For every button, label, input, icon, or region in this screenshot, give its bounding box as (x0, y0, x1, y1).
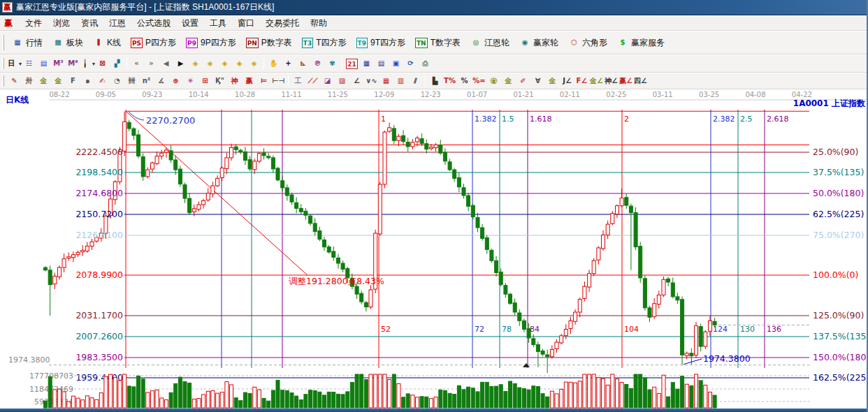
wave9-button[interactable]: M⁹ (66, 57, 80, 70)
menu-item-4[interactable]: 公式选股 (131, 16, 176, 31)
zoom-right-button[interactable]: ◈ (203, 57, 217, 70)
title-bar[interactable]: 赢 赢家江恩专业版[赢家内部服务平台] - [上证指数 SH1A0001-167… (0, 0, 868, 15)
menu-item-0[interactable]: 文件 (20, 16, 48, 31)
width-measure-tool[interactable]: ⊢⊣ (271, 75, 286, 87)
fibonacci-scale-tool[interactable]: F (66, 75, 80, 87)
menu-item-3[interactable]: 江恩 (103, 16, 131, 31)
cup-tool[interactable]: ∀ (530, 75, 545, 87)
trend-angle-tool[interactable]: ∠ (349, 75, 364, 87)
pattern-tool-button[interactable]: ✾ (325, 57, 340, 70)
shen-tool[interactable]: 神 (227, 75, 242, 87)
nav-prev-button[interactable]: ◀ (159, 57, 173, 70)
gold-circle-tool[interactable]: ㊎ (486, 75, 501, 87)
red-grid-tool[interactable]: ▦ (379, 75, 393, 87)
gann-wheel-button[interactable]: ◎江恩轮 (466, 35, 514, 51)
zoom-in-button[interactable]: ◈ (232, 57, 247, 70)
zoom-all-button[interactable]: ◈ (247, 57, 261, 70)
9t-square-button[interactable]: T99T四方形 (352, 35, 410, 51)
box-fan-tool[interactable]: ◪ (320, 75, 335, 87)
chart-area[interactable]: 08-2209-0509-2310-1410-2811-1111-2512-09… (0, 89, 868, 409)
candlestick-series[interactable] (44, 111, 717, 373)
menu-item-2[interactable]: 资讯 (75, 16, 103, 31)
overlay-net-button[interactable]: ☷ (22, 57, 36, 70)
toolbar-grip[interactable] (2, 75, 4, 86)
toolbar-grip[interactable] (2, 35, 4, 50)
menu-item-6[interactable]: 工具 (204, 16, 232, 31)
target-cross-tool[interactable]: ⊕ (168, 75, 183, 87)
menu-item-7[interactable]: 窗口 (232, 16, 260, 31)
gold-scale-tool-1[interactable]: 金 (36, 75, 51, 87)
9p-square-button[interactable]: P99P四方形 (182, 35, 240, 51)
grid-fan-tool[interactable]: ▨ (335, 75, 349, 87)
sync-button[interactable]: ⟳ (403, 57, 418, 70)
nav-last-button[interactable]: » (144, 57, 159, 70)
angle-ruler-tool[interactable]: ∡ (154, 75, 168, 87)
memo-button[interactable]: ▤ (36, 57, 51, 70)
remote-button[interactable]: ⎙ (418, 57, 433, 70)
triple-line-tool[interactable]: ⫽ (408, 75, 423, 87)
zoom-left-button[interactable]: ◈ (188, 57, 203, 70)
toolbar-grip[interactable] (2, 58, 4, 70)
menu-item-8[interactable]: 交易委托 (260, 16, 305, 31)
star-cycle-tool[interactable]: ✳ (183, 75, 198, 87)
circle-ruler-tool[interactable]: ◔ (110, 75, 124, 87)
nav-first-button[interactable]: « (129, 57, 144, 70)
crosshair-tool-button[interactable]: + (281, 57, 296, 70)
wave3-button[interactable]: M³ (51, 57, 66, 70)
kline-button[interactable]: ⫼K线 (89, 35, 125, 51)
ying-angle-tool[interactable]: 赢∠ (619, 75, 633, 87)
report-button[interactable]: ▤ (374, 57, 389, 70)
nav-next-button[interactable]: ▶ (173, 57, 188, 70)
calculator-button[interactable]: ▦ (359, 57, 374, 70)
scale-tool[interactable]: 卌 (124, 75, 139, 87)
k-quote-tool[interactable]: Ϗ" (212, 75, 227, 87)
p-table-button[interactable]: PNP数字表 (242, 35, 296, 51)
j-angle-tool[interactable]: J∠ (560, 75, 574, 87)
percent-line-tool[interactable]: T% (442, 75, 457, 87)
percent-eq-tool[interactable]: %= (472, 75, 486, 87)
brush2-tool[interactable]: ✐ (516, 75, 530, 87)
draw-pen-tool[interactable]: ✎ (7, 75, 22, 87)
gold-scale-tool-2[interactable]: 金 (51, 75, 66, 87)
volume-profile-tool[interactable]: ▙ (428, 75, 442, 87)
shen-angle-tool[interactable]: 神∠ (604, 75, 619, 87)
menu-item-5[interactable]: 设置 (176, 16, 204, 31)
winner-wheel-button[interactable]: ◉赢家轮 (515, 35, 563, 51)
menu-item-1[interactable]: 浏览 (48, 16, 75, 31)
volume-series[interactable] (44, 374, 717, 408)
gold-underline-tool[interactable]: 金 (545, 75, 560, 87)
quotes-button[interactable]: ▦行情 (8, 35, 47, 51)
angle-tool-button[interactable]: ⊾ (296, 57, 310, 70)
t-table-button[interactable]: TNT数字表 (411, 35, 465, 51)
hexagon-button[interactable]: ⬡六角形 (564, 35, 612, 51)
period-day-dropdown[interactable]: 日▼ (7, 57, 22, 70)
four-angle-tool[interactable]: 四∠ (633, 75, 648, 87)
kline-chart[interactable]: 08-2209-0509-2310-1410-2811-1111-2512-09… (0, 89, 868, 409)
ying-tool[interactable]: 赢 (242, 75, 256, 87)
menu-item-9[interactable]: 帮助 (305, 16, 333, 31)
ruler-123-tool[interactable]: ⊨ (256, 75, 271, 87)
zoom-h-button[interactable]: ◈ (217, 57, 232, 70)
gold-lines-tool[interactable]: 金 (501, 75, 516, 87)
gann-tool-button[interactable]: ℗ (310, 57, 325, 70)
grid-target-tool[interactable]: ⊞ (198, 75, 212, 87)
chip-distribution-button[interactable]: ▞ (110, 57, 124, 70)
winner-service-button[interactable]: $赢家服务 (613, 35, 669, 51)
red-grid2-tool[interactable]: ▥ (393, 75, 408, 87)
p-square-button[interactable]: PSP四方形 (126, 35, 180, 51)
n-square-tool[interactable]: n² (139, 75, 154, 87)
f-angle-tool[interactable]: F∠ (574, 75, 589, 87)
percent-tool[interactable]: % (457, 75, 472, 87)
gold-angle-tool[interactable]: 金∠ (589, 75, 604, 87)
save-button[interactable]: ▣ (389, 57, 403, 70)
calendar-button[interactable]: 21 (345, 57, 359, 70)
zigzag-tool[interactable]: ∨∿ (364, 75, 379, 87)
gann-scale-tool[interactable]: 卅 (22, 75, 36, 87)
chip-pattern-button[interactable]: ⊠ (95, 57, 110, 70)
pen-ruler-tool[interactable]: ✍ (95, 75, 110, 87)
fan-lines-tool[interactable]: ⟋⟋ (305, 75, 320, 87)
candle-style-dropdown[interactable]: ╽▼ (80, 57, 95, 70)
spiral-tool[interactable]: ๑ (80, 75, 95, 87)
sectors-button[interactable]: ▩板块 (48, 35, 87, 51)
hand-tool-button[interactable]: ✋ (266, 57, 281, 70)
